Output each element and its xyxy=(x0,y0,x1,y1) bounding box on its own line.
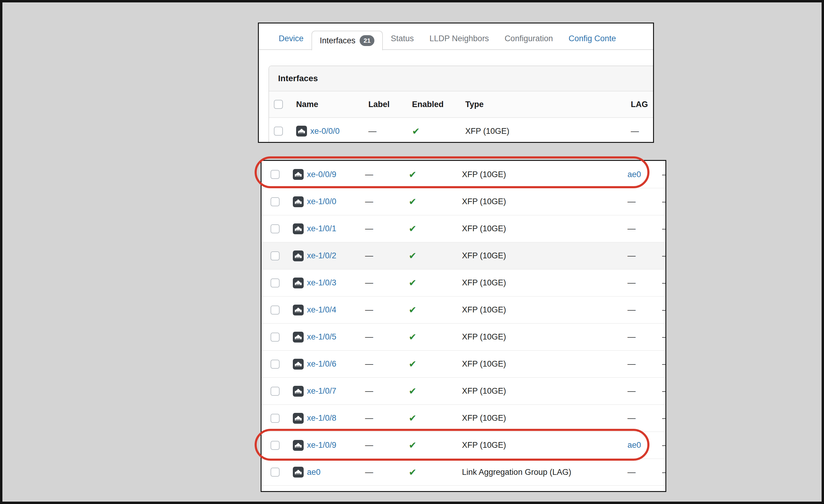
type-cell: XFP (10GE) xyxy=(462,359,627,369)
clipped-value: — xyxy=(662,305,665,314)
row-checkbox[interactable] xyxy=(271,278,280,287)
label-value: — xyxy=(365,386,373,396)
tab-device[interactable]: Device xyxy=(271,34,311,43)
type-cell: XFP (10GE) xyxy=(462,386,627,396)
enabled-cell: ✔ xyxy=(409,359,462,370)
tab-lldp-neighbors[interactable]: LLDP Neighbors xyxy=(422,34,497,43)
clipped-value: — xyxy=(662,197,665,206)
interface-link[interactable]: ae0 xyxy=(307,468,320,477)
clipped-value: — xyxy=(662,170,665,179)
column-header-name[interactable]: Name xyxy=(296,100,318,109)
tab-interfaces[interactable]: Interfaces 21 xyxy=(311,31,383,50)
interface-link[interactable]: xe-1/0/3 xyxy=(307,278,336,287)
header-enabled-cell: Enabled xyxy=(412,100,465,109)
table-row: xe-1/0/1 — ✔ XFP (10GE) — — xyxy=(262,215,665,242)
interface-link[interactable]: xe-1/0/6 xyxy=(307,359,336,369)
interface-link[interactable]: xe-0/0/0 xyxy=(310,127,340,136)
tab-config-contexts[interactable]: Config Conte xyxy=(561,34,624,43)
label-cell: — xyxy=(365,468,409,477)
lag-value: — xyxy=(631,127,639,136)
row-checkbox[interactable] xyxy=(271,251,280,260)
clipped-cell: — xyxy=(662,468,665,477)
name-cell: xe-1/0/2 xyxy=(293,251,365,261)
interface-link[interactable]: xe-1/0/0 xyxy=(307,197,336,206)
ethernet-port-icon xyxy=(293,359,304,370)
column-header-lag[interactable]: LAG xyxy=(631,100,648,109)
interface-link[interactable]: xe-1/0/8 xyxy=(307,413,336,423)
enabled-check-icon: ✔ xyxy=(409,277,416,288)
interface-link[interactable]: xe-1/0/7 xyxy=(307,386,336,396)
ethernet-port-icon xyxy=(293,224,304,234)
row-checkbox[interactable] xyxy=(271,333,280,342)
lag-cell: — xyxy=(631,127,654,136)
label-cell: — xyxy=(365,440,409,450)
row-checkbox[interactable] xyxy=(271,360,280,369)
interface-link[interactable]: xe-1/0/5 xyxy=(307,332,336,342)
type-cell: Link Aggregation Group (LAG) xyxy=(462,468,627,477)
ethernet-port-icon xyxy=(293,304,304,316)
enabled-cell: ✔ xyxy=(409,304,462,316)
clipped-value: — xyxy=(662,332,665,342)
label-cell: — xyxy=(365,197,409,206)
type-cell: XFP (10GE) xyxy=(462,413,627,423)
table-row: xe-1/0/6 — ✔ XFP (10GE) — — xyxy=(262,350,665,377)
type-value: Link Aggregation Group (LAG) xyxy=(462,468,571,477)
enabled-cell: ✔ xyxy=(409,439,462,451)
interface-link[interactable]: xe-1/0/2 xyxy=(307,251,336,260)
label-value: — xyxy=(365,170,373,179)
row-checkbox[interactable] xyxy=(271,468,280,477)
label-cell: — xyxy=(365,386,409,396)
enabled-check-icon: ✔ xyxy=(409,250,416,261)
column-header-label[interactable]: Label xyxy=(369,100,390,109)
interface-link[interactable]: xe-1/0/4 xyxy=(307,305,336,314)
type-value: XFP (10GE) xyxy=(462,170,506,179)
tab-bar: Device Interfaces 21 Status LLDP Neighbo… xyxy=(259,23,653,50)
select-cell xyxy=(271,333,293,342)
lag-value: — xyxy=(627,359,636,369)
tab-configuration[interactable]: Configuration xyxy=(497,34,561,43)
header-lag-cell: LAG xyxy=(631,100,654,109)
label-value: — xyxy=(365,468,373,477)
clipped-cell: — xyxy=(662,170,665,179)
select-all-checkbox[interactable] xyxy=(274,100,283,109)
select-cell xyxy=(271,441,293,450)
lag-value: — xyxy=(627,197,636,206)
enabled-cell: ✔ xyxy=(409,196,462,207)
lag-link[interactable]: ae0 xyxy=(627,440,641,450)
row-checkbox[interactable] xyxy=(271,170,280,179)
row-checkbox[interactable] xyxy=(271,414,280,423)
row-checkbox[interactable] xyxy=(271,197,280,206)
clipped-value: — xyxy=(662,359,665,369)
lag-cell: ae0 xyxy=(627,440,662,450)
tab-status[interactable]: Status xyxy=(383,34,422,43)
name-cell: xe-0/0/0 xyxy=(296,126,369,136)
ethernet-port-icon xyxy=(293,277,304,288)
column-header-enabled[interactable]: Enabled xyxy=(412,100,443,109)
lag-link[interactable]: ae0 xyxy=(627,170,641,179)
interface-link[interactable]: xe-1/0/9 xyxy=(307,440,336,450)
row-checkbox[interactable] xyxy=(271,305,280,314)
type-cell: XFP (10GE) xyxy=(462,332,627,342)
label-value: — xyxy=(365,278,373,287)
ethernet-port-icon xyxy=(296,126,307,136)
column-header-type[interactable]: Type xyxy=(465,100,484,109)
type-cell: XFP (10GE) xyxy=(462,251,627,260)
screenshot-panel-top: Device Interfaces 21 Status LLDP Neighbo… xyxy=(258,22,654,143)
type-value: XFP (10GE) xyxy=(462,305,506,314)
row-checkbox[interactable] xyxy=(274,127,283,136)
enabled-check-icon: ✔ xyxy=(409,169,416,180)
enabled-check-icon: ✔ xyxy=(409,412,416,424)
interface-link[interactable]: xe-1/0/1 xyxy=(307,224,336,233)
interface-count-badge: 21 xyxy=(359,35,375,46)
lag-value: — xyxy=(627,332,636,342)
clipped-cell: — xyxy=(662,305,665,314)
label-cell: — xyxy=(365,332,409,342)
row-checkbox[interactable] xyxy=(271,441,280,450)
row-checkbox[interactable] xyxy=(271,224,280,233)
interface-link[interactable]: xe-0/0/9 xyxy=(307,170,336,179)
row-checkbox[interactable] xyxy=(271,387,280,396)
table-row: xe-1/0/4 — ✔ XFP (10GE) — — xyxy=(262,296,665,323)
type-value: XFP (10GE) xyxy=(462,386,506,396)
select-cell xyxy=(271,414,293,423)
lag-value: — xyxy=(627,413,636,423)
